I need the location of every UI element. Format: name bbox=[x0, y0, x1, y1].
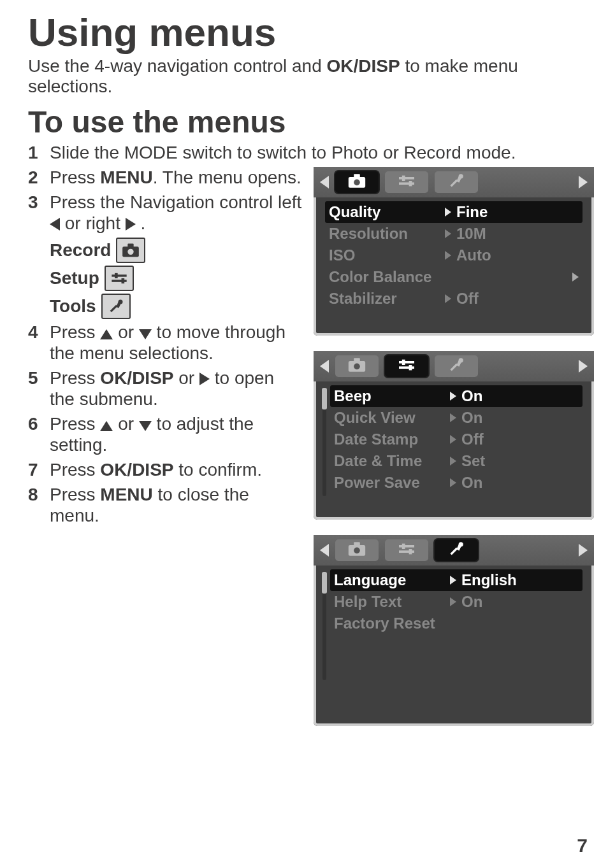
menu-row[interactable]: ISOAuto bbox=[325, 245, 583, 266]
tab-sliders[interactable] bbox=[385, 171, 428, 193]
step-text: Press or to adjust the setting. bbox=[50, 413, 302, 455]
menu-row[interactable]: Power SaveOn bbox=[330, 472, 583, 494]
triangle-up-icon bbox=[100, 421, 113, 431]
nav-left-icon[interactable] bbox=[320, 544, 329, 557]
menu-row[interactable]: LanguageEnglish bbox=[330, 569, 583, 591]
menu-row[interactable]: QualityFine bbox=[325, 201, 583, 223]
menu-row-value: On bbox=[461, 474, 579, 492]
triangle-left-icon bbox=[50, 218, 60, 231]
page-title: Using menus bbox=[28, 13, 589, 52]
tab-sliders[interactable] bbox=[385, 355, 428, 377]
triangle-right-icon bbox=[126, 218, 136, 231]
step-text: Press MENU to close the menu. bbox=[50, 484, 302, 526]
svg-rect-32 bbox=[402, 544, 405, 549]
menu-row-value: Set bbox=[461, 452, 579, 470]
menu-body: QualityFineResolution10MISOAutoColor Bal… bbox=[314, 197, 594, 309]
menu-row[interactable]: StabilizerOff bbox=[325, 288, 583, 309]
scrollbar-thumb[interactable] bbox=[322, 388, 327, 409]
camera-icon bbox=[347, 173, 366, 191]
sliders-icon bbox=[397, 541, 416, 559]
step-5: 5 Press OK/DISP or to open the submenu. bbox=[28, 367, 302, 409]
nav-right-icon[interactable] bbox=[579, 360, 588, 373]
tab-camera[interactable] bbox=[335, 539, 379, 561]
nav-left-icon[interactable] bbox=[320, 360, 329, 373]
svg-rect-24 bbox=[409, 365, 412, 370]
record-label: Record bbox=[50, 238, 302, 263]
svg-rect-14 bbox=[402, 176, 405, 181]
step-number: 5 bbox=[28, 367, 41, 409]
step-3: 3 Press the Navigation control left or r… bbox=[28, 192, 302, 234]
step-8: 8 Press MENU to close the menu. bbox=[28, 484, 302, 526]
step-4: 4 Press or to move through the menu sele… bbox=[28, 322, 302, 364]
step-pre: Press the Navigation control left bbox=[50, 192, 301, 212]
step-text: Press the Navigation control left or rig… bbox=[50, 192, 302, 234]
step-number: 3 bbox=[28, 192, 41, 234]
menu-row-value: Fine bbox=[456, 203, 579, 221]
svg-point-2 bbox=[128, 249, 134, 255]
menu-row-value: Auto bbox=[456, 246, 579, 264]
step-pre: Press bbox=[50, 368, 100, 388]
intro-pre: Use the 4-way navigation control and bbox=[28, 56, 327, 76]
menu-row[interactable]: Factory Reset bbox=[330, 613, 583, 634]
step-mid: or bbox=[113, 322, 138, 342]
tools-icon bbox=[447, 357, 466, 375]
nav-right-icon[interactable] bbox=[579, 176, 588, 189]
menu-row[interactable]: Color Balance bbox=[325, 266, 583, 288]
menu-row[interactable]: Resolution10M bbox=[325, 223, 583, 245]
tab-sliders[interactable] bbox=[385, 539, 428, 561]
svg-rect-12 bbox=[399, 177, 414, 180]
menu-row[interactable]: Help TextOn bbox=[330, 591, 583, 613]
svg-rect-19 bbox=[354, 358, 360, 362]
svg-point-17 bbox=[459, 174, 463, 178]
tab-bar bbox=[314, 167, 594, 197]
intro-bold: OK/DISP bbox=[327, 56, 400, 76]
triangle-right-icon bbox=[199, 373, 210, 385]
menu-screenshots: QualityFineResolution10MISOAutoColor Bal… bbox=[314, 167, 594, 726]
step-pre: Press bbox=[50, 167, 100, 187]
tab-tools[interactable] bbox=[435, 355, 478, 377]
svg-rect-6 bbox=[121, 278, 124, 283]
nav-right-icon[interactable] bbox=[579, 544, 588, 557]
step-post: or right bbox=[60, 213, 126, 233]
menu-row-value: On bbox=[461, 409, 579, 427]
step-post: or bbox=[174, 368, 199, 388]
tools-label: Tools bbox=[50, 294, 302, 319]
svg-rect-28 bbox=[354, 542, 360, 546]
tab-camera[interactable] bbox=[335, 355, 379, 377]
tab-camera[interactable] bbox=[335, 171, 379, 193]
scrollbar[interactable] bbox=[322, 388, 326, 496]
tab-tools[interactable] bbox=[435, 171, 478, 193]
svg-point-29 bbox=[354, 548, 360, 554]
intro-text: Use the 4-way navigation control and OK/… bbox=[28, 56, 589, 97]
triangle-up-icon bbox=[100, 329, 113, 339]
caret-right-icon bbox=[450, 392, 456, 401]
tab-bar bbox=[314, 351, 594, 381]
step-bold: OK/DISP bbox=[100, 460, 173, 480]
step-7: 7 Press OK/DISP to confirm. bbox=[28, 459, 302, 480]
menu-row-label: Language bbox=[334, 571, 450, 589]
tab-bar bbox=[314, 535, 594, 566]
caret-right-icon bbox=[450, 597, 456, 606]
menu-row[interactable]: Quick ViewOn bbox=[330, 407, 583, 429]
menu-row-label: Factory Reset bbox=[334, 615, 450, 632]
tab-tools[interactable] bbox=[435, 539, 478, 561]
svg-rect-13 bbox=[399, 182, 414, 185]
nav-left-icon[interactable] bbox=[320, 176, 329, 189]
menu-row[interactable]: Date StampOff bbox=[330, 429, 583, 450]
step-1: 1 Slide the MODE switch to switch to Pho… bbox=[28, 142, 589, 163]
scrollbar-thumb[interactable] bbox=[322, 572, 327, 594]
menu-row[interactable]: Date & TimeSet bbox=[330, 450, 583, 472]
menu-row-label: Resolution bbox=[329, 225, 445, 243]
caret-right-icon bbox=[450, 413, 456, 422]
caret-right-icon bbox=[450, 478, 456, 487]
tools-icon bbox=[447, 541, 466, 559]
caret-right-icon bbox=[445, 251, 451, 260]
svg-rect-15 bbox=[409, 181, 412, 186]
camera-icon bbox=[347, 357, 366, 375]
setup-text: Setup bbox=[50, 268, 99, 288]
scrollbar[interactable] bbox=[322, 572, 326, 680]
menu-row[interactable]: BeepOn bbox=[330, 385, 583, 407]
step-number: 6 bbox=[28, 413, 41, 455]
svg-rect-33 bbox=[409, 549, 412, 554]
tools-icon bbox=[447, 173, 466, 191]
